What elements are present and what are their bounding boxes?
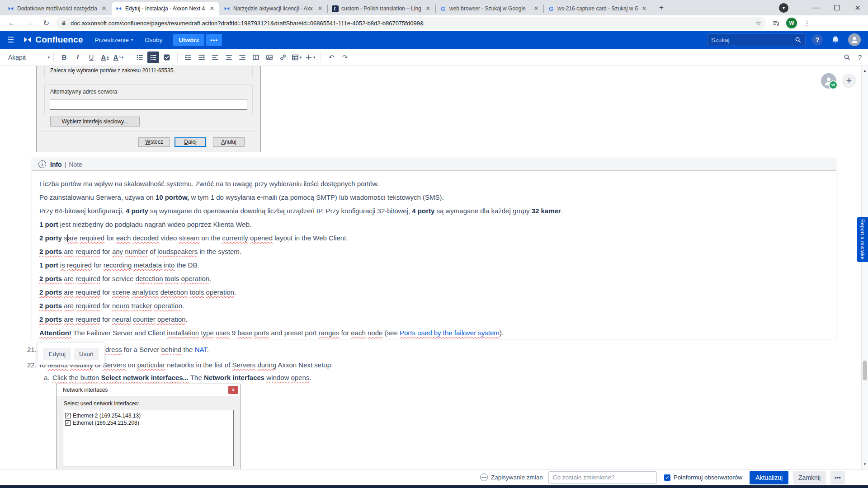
inline-link[interactable]: NAT [195, 346, 207, 353]
notifications-bell-icon[interactable] [829, 33, 842, 46]
text-segment: The Failover Server and Client [71, 329, 167, 337]
tab-search-button[interactable]: ▾ [779, 3, 788, 13]
checkbox-icon: ✓ [65, 420, 71, 426]
tab-title: Edytuj - Instalacja - Axxon Next 4 [125, 5, 206, 12]
align-right-button[interactable] [236, 52, 248, 63]
padlock-icon[interactable] [61, 20, 67, 26]
notify-checkbox[interactable]: ✓ [664, 474, 670, 481]
browser-tab[interactable]: Narzędzie aktywacji licencji - Axx✕ [220, 2, 327, 15]
maximize-button[interactable] [826, 0, 847, 15]
info-note-panel: i Info | Note Liczba portów ma wpływ na … [32, 158, 836, 339]
new-tab-button[interactable]: + [656, 3, 666, 13]
tab-close-icon[interactable]: ✕ [425, 5, 432, 12]
browser-tab[interactable]: Lcustom - Polish translation – Ling✕ [328, 2, 435, 15]
page-layout-button[interactable] [250, 52, 262, 63]
close-editor-button[interactable]: Zamknij [793, 471, 826, 484]
indent-button[interactable] [196, 52, 208, 63]
invite-add-button[interactable]: + [842, 74, 856, 88]
editor-help-icon[interactable]: ? [858, 53, 862, 61]
outdent-button[interactable] [182, 52, 194, 63]
italic-button[interactable]: I [72, 52, 84, 63]
tab-close-icon[interactable]: ✕ [316, 5, 324, 12]
insert-more-button[interactable]: ▾ [304, 52, 316, 63]
vertical-scrollbar[interactable]: ▲ ▼ [861, 66, 868, 469]
user-avatar[interactable] [848, 33, 861, 46]
find-replace-icon[interactable] [844, 54, 851, 61]
report-mistake-tab[interactable]: Report a mistake [857, 217, 868, 262]
confluence-logo[interactable]: Confluence [23, 35, 83, 45]
info-panel-divider: | [65, 161, 66, 168]
browser-tab[interactable]: Dodatkowe możliwości narzędzia✕ [4, 2, 111, 15]
notify-watchers[interactable]: ✓ Poinformuj obserwatorów [664, 474, 742, 481]
text-segment: dress [105, 346, 122, 353]
browser-menu-icon[interactable]: ⋮ [803, 19, 811, 28]
tab-close-icon[interactable]: ✕ [208, 5, 216, 12]
bullet-list-button[interactable] [134, 52, 146, 63]
network-interfaces-dialog-image: Network interfaces x Select used network… [56, 384, 241, 469]
task-list-button[interactable] [161, 52, 173, 63]
text-segment: tools [165, 275, 179, 282]
undo-button[interactable]: ↶ [326, 52, 337, 63]
text-segment: in the system. [198, 248, 241, 255]
help-button[interactable]: ? [812, 34, 823, 45]
dialog-separator [37, 131, 260, 132]
nav-people[interactable]: Osoby [145, 37, 162, 43]
insert-image-button[interactable] [264, 52, 275, 63]
collaborator-avatar[interactable]: W [821, 73, 836, 89]
scroll-up-icon[interactable]: ▲ [862, 69, 868, 73]
align-left-button[interactable] [209, 52, 221, 63]
network-interface-item: ✓Ethernet 2 (169.254.143.13) [65, 412, 233, 419]
text-segment: operation [157, 315, 186, 323]
edit-button[interactable]: Edytuj [43, 348, 71, 360]
numbered-list-button[interactable] [147, 52, 159, 63]
insert-link-button[interactable] [277, 52, 289, 63]
scroll-down-icon[interactable]: ▼ [862, 462, 868, 466]
align-center-button[interactable] [223, 52, 235, 63]
browser-tab[interactable]: Gweb browser - Szukaj w Google✕ [436, 2, 543, 15]
browser-tab[interactable]: Gws-216 capture card - Szukaj w G✕ [544, 2, 651, 15]
search-input[interactable]: Szukaj [707, 33, 806, 46]
back-icon[interactable]: ← [6, 19, 17, 28]
formatting-color-button[interactable]: Ao▾ [113, 52, 124, 63]
tab-close-icon[interactable]: ✕ [533, 5, 540, 12]
text-segment: . [309, 374, 311, 381]
forward-icon[interactable]: → [24, 19, 34, 28]
tab-close-icon[interactable]: ✕ [100, 5, 108, 12]
omnibox[interactable]: doc.axxonsoft.com/confluence/pages/resum… [56, 17, 766, 29]
minimize-button[interactable]: — [806, 0, 826, 15]
list-ul-icon [136, 54, 143, 61]
change-comment-input[interactable]: Co zostało zmienione? [548, 471, 657, 484]
text-color-button[interactable]: A▾ [99, 52, 111, 63]
text-segment: for [92, 261, 104, 269]
text-segment: operation [154, 302, 183, 310]
info-panel-body[interactable]: Liczba portów ma wpływ na skalowalność s… [32, 171, 836, 340]
bookmark-star-icon[interactable]: ☆ [755, 19, 761, 27]
nav-spaces[interactable]: Przestrzenie ▾ [95, 37, 133, 43]
inline-link[interactable]: Ports used by the failover system [400, 329, 500, 337]
scrollbar-thumb[interactable] [863, 361, 867, 380]
underline-button[interactable]: U [85, 52, 97, 63]
delete-button[interactable]: Usuń [74, 348, 99, 360]
text-segment: of [148, 248, 157, 255]
reload-icon[interactable]: ↻ [41, 19, 52, 28]
text-segment: jest niezbędny do podglądu nagrań wideo … [58, 221, 252, 228]
paragraph-style-select[interactable]: Akapit ▾ [8, 54, 50, 61]
chevron-down-icon: ▾ [131, 38, 133, 42]
tab-close-icon[interactable]: ✕ [641, 5, 648, 12]
close-window-button[interactable]: ✕ [847, 0, 868, 15]
redo-button[interactable]: ↷ [339, 52, 351, 63]
media-controls-icon[interactable] [772, 19, 780, 27]
text-segment: . [182, 302, 184, 310]
insert-table-button[interactable]: ▾ [291, 52, 302, 63]
editor-canvas[interactable]: Zaleca się wybranie portów z zakresu 201… [0, 66, 868, 469]
editor-toolbar: Akapit ▾ BIUA▾Ao▾▾▾↶↷ ? [0, 49, 868, 66]
browser-tab[interactable]: Edytuj - Instalacja - Axxon Next 4✕ [112, 2, 219, 15]
footer-more-button[interactable]: ••• [830, 471, 845, 484]
header-more-button[interactable]: ••• [206, 34, 222, 46]
update-button[interactable]: Aktualizuj [750, 471, 788, 484]
text-segment: 2 ports [39, 248, 62, 255]
browser-profile-avatar[interactable]: W [786, 18, 797, 28]
create-button[interactable]: Utwórz [173, 34, 204, 46]
app-menu-icon[interactable]: ☰ [7, 35, 14, 45]
bold-button[interactable]: B [58, 52, 70, 63]
